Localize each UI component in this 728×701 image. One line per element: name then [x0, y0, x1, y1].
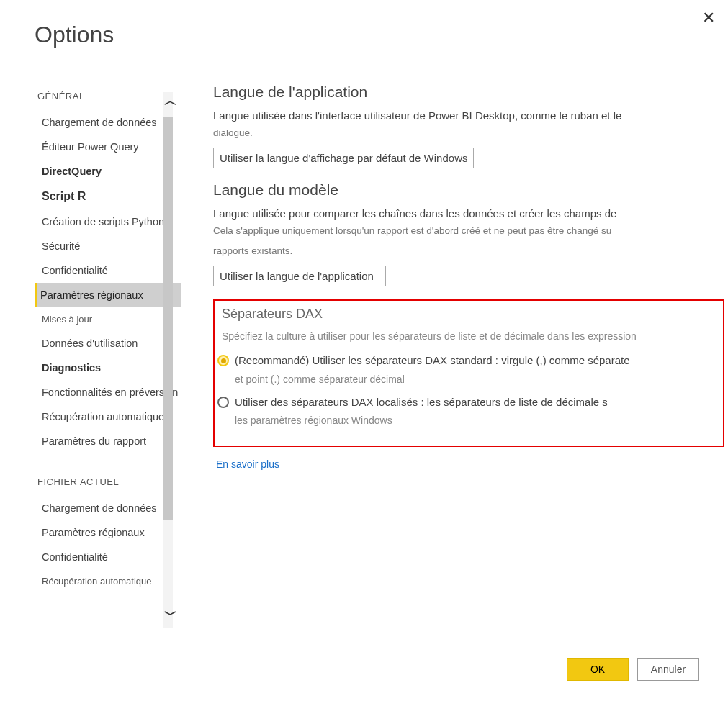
dialog-title: Options: [35, 22, 114, 48]
sidebar-item-diagnostics[interactable]: Diagnostics: [37, 356, 181, 380]
dax-separators-highlight: Séparateurs DAX Spécifiez la culture à u…: [213, 299, 724, 447]
sidebar-item-preview-features[interactable]: Fonctionnalités en préversion: [37, 380, 181, 404]
sidebar-item-python-scripting[interactable]: Création de scripts Python: [37, 209, 181, 234]
model-language-select[interactable]: Utiliser la langue de l'application: [213, 266, 386, 286]
dax-separators-heading: Séparateurs DAX: [215, 307, 723, 322]
model-language-subdesc-line2: rapports existants.: [213, 243, 728, 259]
radio-selected-icon[interactable]: [217, 355, 229, 366]
dax-separators-desc: Spécifiez la culture à utiliser pour les…: [215, 329, 723, 344]
sidebar-item-cf-auto-recovery[interactable]: Récupération automatique: [37, 569, 181, 593]
close-icon[interactable]: ✕: [702, 9, 715, 27]
sidebar-section-current-file: FICHIER ACTUEL: [37, 476, 181, 487]
model-language-desc: Langue utilisée pour comparer les chaîne…: [213, 206, 728, 222]
dax-radio-standard-label: (Recommandé) Utiliser les séparateurs DA…: [235, 353, 630, 369]
learn-more-link[interactable]: En savoir plus: [213, 458, 279, 470]
radio-unselected-icon[interactable]: [217, 397, 229, 408]
content-pane: Langue de l'application Langue utilisée …: [213, 83, 728, 471]
dax-radio-standard-sublabel: et point (.) comme séparateur décimal: [215, 372, 723, 387]
model-language-heading: Langue du modèle: [213, 181, 728, 199]
app-language-desc-line1: Langue utilisée dans l'interface utilisa…: [213, 108, 728, 124]
sidebar-item-updates[interactable]: Mises à jour: [37, 307, 181, 331]
sidebar-section-general: GÉNÉRAL: [37, 91, 181, 101]
dax-radio-localized-label: Utiliser des séparateurs DAX localisés :…: [235, 394, 608, 411]
sidebar-item-usage-data[interactable]: Données d'utilisation: [37, 331, 181, 356]
dialog-footer: OK Annuler: [567, 658, 699, 681]
dax-radio-localized-sublabel: les paramètres régionaux Windows: [215, 413, 723, 428]
chevron-down-icon[interactable]: ﹀: [164, 606, 177, 623]
dax-radio-standard-row[interactable]: (Recommandé) Utiliser les séparateurs DA…: [215, 353, 723, 369]
chevron-up-icon[interactable]: ︿: [164, 92, 177, 109]
sidebar: GÉNÉRAL Chargement de données Éditeur Po…: [37, 85, 181, 593]
app-language-heading: Langue de l'application: [213, 83, 728, 101]
dax-radio-localized-row[interactable]: Utiliser des séparateurs DAX localisés :…: [215, 394, 723, 411]
ok-button[interactable]: OK: [567, 658, 629, 681]
sidebar-item-script-r[interactable]: Script R: [37, 184, 181, 209]
sidebar-item-regional-settings[interactable]: Paramètres régionaux: [35, 283, 181, 307]
sidebar-item-cf-data-loading[interactable]: Chargement de données: [37, 496, 181, 520]
sidebar-item-privacy[interactable]: Confidentialité: [37, 258, 181, 283]
app-language-select[interactable]: Utiliser la langue d'affichage par défau…: [213, 148, 474, 168]
sidebar-scrollbar-thumb[interactable]: [163, 117, 173, 520]
sidebar-item-cf-regional[interactable]: Paramètres régionaux: [37, 520, 181, 545]
app-language-desc-line2: dialogue.: [213, 125, 728, 141]
sidebar-item-security[interactable]: Sécurité: [37, 234, 181, 258]
sidebar-item-report-settings[interactable]: Paramètres du rapport: [37, 429, 181, 453]
model-language-subdesc-line1: Cela s'applique uniquement lorsqu'un rap…: [213, 223, 728, 239]
sidebar-item-cf-privacy[interactable]: Confidentialité: [37, 545, 181, 569]
cancel-button[interactable]: Annuler: [637, 658, 699, 681]
sidebar-item-auto-recovery[interactable]: Récupération automatique: [37, 404, 181, 429]
sidebar-item-directquery[interactable]: DirectQuery: [37, 159, 181, 184]
sidebar-item-data-loading[interactable]: Chargement de données: [37, 110, 181, 135]
sidebar-item-power-query[interactable]: Éditeur Power Query: [37, 135, 181, 159]
